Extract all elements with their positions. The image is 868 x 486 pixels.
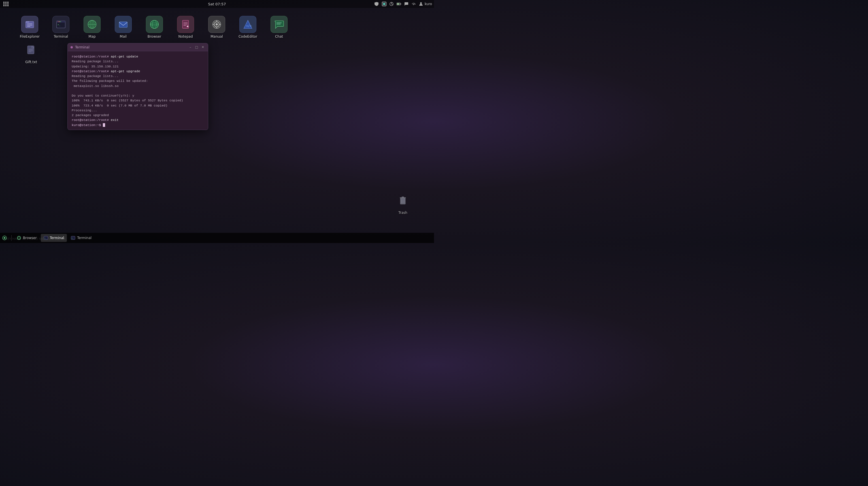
desktop-icon-manual[interactable]: Manual (204, 13, 229, 41)
taskbar-apps: Browser >_ Terminal >_ Terminal (14, 234, 432, 242)
terminal-titlebar: Terminal – □ ✕ (68, 43, 208, 51)
taskbar-item-terminal-1[interactable]: >_ Terminal (41, 234, 67, 242)
desktop: FileExplorer >_ Terminal (0, 8, 434, 232)
terminal-line-12: Processing... (72, 108, 204, 113)
taskbar-start-icon (2, 236, 7, 240)
chat-tray-icon (404, 2, 408, 6)
desktop-icons-row: FileExplorer >_ Terminal (0, 8, 434, 46)
terminal-controls: – □ ✕ (188, 45, 205, 50)
username: kuro (426, 2, 431, 6)
terminal-line-7: metaxploit.so libssh.so (72, 84, 204, 88)
taskbar-browser-label: Browser (23, 236, 37, 240)
wifi-icon (411, 2, 416, 6)
codeeditor-icon-graphic: </> (239, 16, 256, 33)
chat-label: Chat (275, 35, 283, 38)
terminal-line-10: 100% 743.1 KB/s 0 sec (5527 Bytes of 552… (72, 98, 204, 103)
terminal-window-title: Terminal (75, 45, 90, 49)
svg-rect-5 (401, 3, 401, 4)
svg-text:>_: >_ (72, 237, 74, 239)
window-icon (382, 2, 386, 6)
desktop-icon-codeeditor[interactable]: </> CodeEditor (235, 13, 260, 41)
desktop-icon-trash[interactable]: Trash (394, 193, 411, 215)
desktop-icon-gift-txt[interactable]: Gift.txt (19, 39, 44, 66)
terminal-line-11: 100% 723.4 KB/s 0 sec (7.0 MB of 7.0 MB … (72, 103, 204, 108)
fileexplorer-label: FileExplorer (20, 35, 40, 38)
svg-rect-8 (26, 21, 29, 23)
topbar: Sat 07:57 kuro (0, 0, 434, 8)
terminal-line-13: 2 packages upgraded (72, 113, 204, 118)
taskbar-terminal-icon-2: >_ (71, 236, 75, 240)
map-label: Map (88, 35, 95, 38)
manual-label: Manual (211, 35, 223, 38)
svg-text:>_: >_ (44, 237, 47, 239)
trash-label: Trash (398, 211, 407, 215)
desktop-icon-browser[interactable]: Browser (142, 13, 167, 41)
terminal-line-2: Reading package lists... (72, 59, 204, 64)
terminal-line-1: root@station:/root# apt-get update (72, 54, 204, 59)
desktop-icon-terminal[interactable]: >_ Terminal (48, 13, 74, 41)
taskbar-item-terminal-2[interactable]: >_ Terminal (68, 234, 94, 242)
topbar-right: kuro (374, 2, 431, 6)
taskbar-terminal-2-label: Terminal (77, 236, 92, 240)
svg-point-14 (58, 21, 59, 22)
mail-label: Mail (120, 35, 127, 38)
desktop-icon-chat[interactable]: Chat (266, 13, 292, 41)
svg-rect-1 (383, 3, 385, 5)
desktop-icon-notepad[interactable]: Notepad (173, 13, 198, 41)
terminal-close-button[interactable]: ✕ (200, 45, 205, 50)
browser-icon-graphic (146, 16, 163, 33)
terminal-maximize-button[interactable]: □ (194, 45, 199, 50)
terminal-line-5: Reading package lists... (72, 74, 204, 78)
svg-point-58 (17, 236, 21, 239)
terminal-title-left: Terminal (70, 45, 90, 49)
taskbar-start-button[interactable] (2, 236, 7, 240)
terminal-line-3: Updating: 35.150.130.121 (72, 64, 204, 69)
mail-icon-graphic (115, 16, 132, 33)
svg-text:</>: </> (246, 24, 252, 28)
browser-label: Browser (148, 35, 161, 38)
codeeditor-label: CodeEditor (239, 35, 257, 38)
svg-text:>_: >_ (58, 23, 60, 26)
terminal-line-15: kuro@station:~$ (72, 123, 204, 127)
manual-icon-graphic (208, 16, 225, 33)
trash-icon-graphic (394, 193, 411, 209)
svg-point-57 (4, 237, 5, 239)
terminal-minimize-button[interactable]: – (188, 45, 193, 50)
desktop-icon-map[interactable]: Map (79, 13, 105, 41)
svg-point-6 (420, 2, 422, 4)
topbar-left (3, 2, 9, 6)
apps-grid-icon[interactable] (3, 2, 9, 6)
svg-rect-22 (119, 22, 127, 28)
taskbar-item-browser[interactable]: Browser (14, 234, 40, 242)
svg-rect-51 (402, 197, 404, 198)
gift-txt-label: Gift.txt (25, 60, 37, 64)
terminal-line-14: root@station:/root# exit (72, 118, 204, 122)
taskbar-terminal-icon-1: >_ (43, 236, 48, 240)
svg-rect-4 (397, 3, 400, 5)
fileexplorer-icon-graphic (21, 16, 38, 33)
battery-icon (397, 2, 401, 6)
terminal-line-6: The following packages will be updated: (72, 78, 204, 83)
svg-point-16 (60, 21, 61, 22)
desktop-icon-mail[interactable]: Mail (111, 13, 136, 41)
terminal-window[interactable]: Terminal – □ ✕ root@station:/root# apt-g… (67, 43, 208, 130)
svg-point-36 (216, 23, 218, 25)
taskbar-terminal-1-label: Terminal (50, 236, 64, 240)
user-icon (419, 2, 423, 6)
svg-point-15 (59, 21, 60, 22)
shield-icon (374, 2, 379, 6)
map-icon-graphic (84, 16, 100, 33)
notepad-icon-graphic (177, 16, 194, 33)
gift-txt-icon-graphic (23, 41, 40, 58)
terminal-body[interactable]: root@station:/root# apt-get update Readi… (68, 51, 208, 130)
activity-icon (389, 2, 394, 6)
desktop-icon-fileexplorer[interactable]: FileExplorer (17, 13, 42, 41)
terminal-icon-graphic: >_ (53, 16, 69, 33)
taskbar: Browser >_ Terminal >_ Terminal (0, 233, 434, 243)
terminal-line-9: Do you want to continue?(y/n): y (72, 93, 204, 98)
terminal-line-4: root@station:/root# apt-get upgrade (72, 69, 204, 74)
notepad-label: Notepad (179, 35, 193, 38)
terminal-status-dot (70, 46, 73, 48)
taskbar-browser-icon (17, 236, 21, 240)
terminal-line-8 (72, 88, 204, 93)
